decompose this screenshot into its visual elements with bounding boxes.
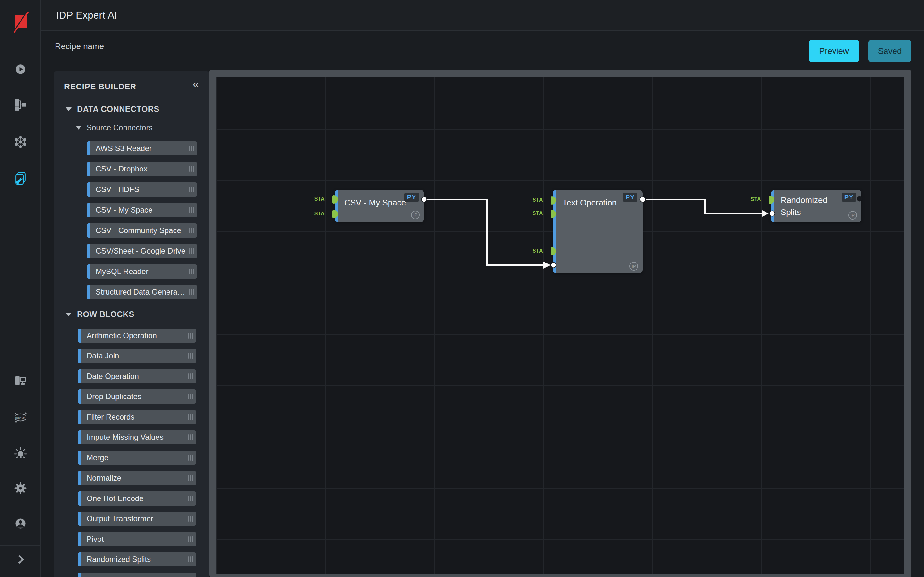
section-data-connectors[interactable]: DATA CONNECTORS: [66, 105, 160, 114]
list-item[interactable]: One Hot Encode: [78, 492, 196, 506]
list-item[interactable]: Output Transformer: [78, 512, 196, 526]
caret-down-icon: [76, 126, 81, 129]
list-item[interactable]: Drop Duplicates: [78, 390, 196, 404]
list-item[interactable]: Impute Missing Values: [78, 430, 196, 444]
list-item[interactable]: CSV - My Space: [87, 203, 197, 217]
drag-handle-icon[interactable]: [188, 166, 194, 173]
drag-handle-icon[interactable]: [187, 516, 193, 523]
list-item[interactable]: Structured Data Genera…: [87, 285, 197, 299]
list-item[interactable]: AWS S3 Reader: [87, 141, 197, 155]
preview-button[interactable]: Preview: [809, 40, 859, 62]
saved-button[interactable]: Saved: [869, 40, 911, 62]
section-row-blocks[interactable]: ROW BLOCKS: [66, 309, 134, 319]
canvas-frame: [209, 70, 911, 577]
drag-handle-icon[interactable]: [187, 414, 193, 421]
drag-handle-icon[interactable]: [187, 496, 193, 503]
network-icon[interactable]: [13, 134, 28, 150]
app-logo[interactable]: [13, 11, 29, 31]
recipe-name-label: Recipe name: [55, 41, 104, 51]
rail-divider: [0, 545, 41, 546]
node-title: Text Operation: [562, 197, 617, 209]
list-item[interactable]: CSV - Community Space: [87, 223, 197, 237]
settings-icon[interactable]: [13, 480, 28, 496]
pipeline-icon[interactable]: [13, 97, 28, 113]
drag-handle-icon[interactable]: [187, 455, 193, 462]
ip-badge: IP: [411, 211, 420, 219]
drag-handle-icon[interactable]: [187, 333, 193, 340]
node-title: Randomized Splits: [780, 194, 845, 218]
drag-handle-icon[interactable]: [188, 248, 194, 255]
caret-down-icon: [66, 313, 71, 316]
drag-handle-icon[interactable]: [188, 207, 194, 214]
list-item[interactable]: CSV - Dropbox: [87, 162, 197, 176]
list-item[interactable]: Arithmetic Operation: [78, 329, 196, 343]
idea-icon[interactable]: [13, 445, 28, 461]
drag-handle-icon[interactable]: [187, 475, 193, 482]
recipe-builder-panel: RECIPE BUILDER « DATA CONNECTORS Source …: [53, 71, 209, 577]
group-source-connectors[interactable]: Source Connectors: [76, 123, 152, 132]
drag-handle-icon[interactable]: [188, 269, 194, 276]
list-item[interactable]: Merge: [78, 451, 196, 465]
drag-handle-icon[interactable]: [187, 434, 193, 442]
list-item[interactable]: Date Operation: [78, 369, 196, 384]
top-bar: IDP Expert AI: [41, 0, 924, 31]
canvas-grid[interactable]: [216, 77, 904, 574]
ip-badge: IP: [630, 262, 638, 271]
node-title: CSV - My Space: [344, 197, 406, 209]
left-rail: jupyter: [0, 0, 41, 577]
list-item[interactable]: CSV - HDFS: [87, 182, 197, 197]
workstation-icon[interactable]: [13, 374, 28, 389]
svg-text:jupyter: jupyter: [15, 416, 26, 419]
caret-down-icon: [66, 107, 71, 111]
collapse-panel-icon[interactable]: «: [193, 78, 199, 89]
drag-handle-icon[interactable]: [187, 353, 193, 360]
drag-handle-icon[interactable]: [188, 289, 194, 296]
list-item[interactable]: Filter Records: [78, 410, 196, 424]
node-csv-my-space[interactable]: CSV - My Space PY IP STA STA: [334, 190, 424, 222]
node-randomized-splits[interactable]: Randomized Splits PY IP STA: [771, 190, 861, 222]
drag-handle-icon[interactable]: [187, 374, 193, 380]
recipes-icon[interactable]: [13, 171, 28, 186]
app-window: jupyter: [0, 0, 924, 577]
list-item-partial[interactable]: [78, 573, 196, 577]
list-item[interactable]: CSV/Sheet - Google Drive: [87, 244, 197, 258]
python-badge: PY: [404, 193, 419, 201]
list-item[interactable]: Data Join: [78, 349, 196, 363]
play-icon[interactable]: [13, 61, 28, 77]
drag-handle-icon[interactable]: [188, 145, 194, 153]
python-badge: PY: [623, 193, 638, 201]
drag-handle-icon[interactable]: [188, 187, 194, 193]
node-text-operation[interactable]: Text Operation PY IP STA STA STA: [553, 190, 643, 273]
list-item[interactable]: Normalize: [78, 471, 196, 485]
ip-badge: IP: [848, 211, 857, 219]
list-item[interactable]: Randomized Splits: [78, 552, 196, 566]
recipe-toolbar: Recipe name Preview Saved: [42, 32, 924, 70]
page-title: IDP Expert AI: [56, 10, 118, 21]
node-accent-strip: [771, 190, 774, 222]
drag-handle-icon[interactable]: [187, 556, 193, 564]
list-item[interactable]: Pivot: [78, 532, 196, 546]
panel-title: RECIPE BUILDER: [64, 82, 136, 91]
expand-icon[interactable]: [13, 552, 28, 567]
list-item[interactable]: MySQL Reader: [87, 264, 197, 279]
python-badge: PY: [842, 193, 856, 201]
drag-handle-icon[interactable]: [187, 394, 193, 401]
user-icon[interactable]: [13, 516, 28, 531]
drag-handle-icon[interactable]: [188, 227, 194, 235]
drag-handle-icon[interactable]: [187, 536, 193, 543]
jupyter-icon[interactable]: jupyter: [13, 410, 28, 425]
